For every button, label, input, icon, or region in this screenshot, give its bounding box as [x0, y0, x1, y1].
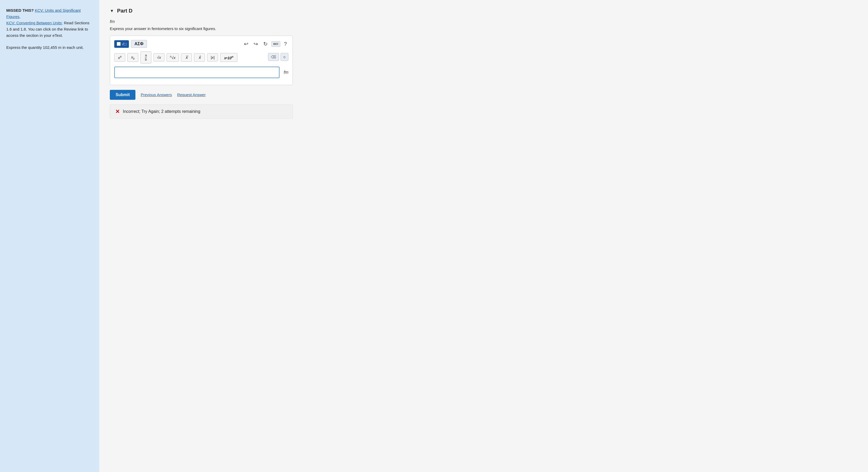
refresh-button[interactable]: ↻	[262, 40, 269, 47]
redo-icon: ↪	[254, 41, 258, 47]
part-header: ▼ Part D	[110, 8, 858, 14]
nth-root-btn[interactable]: n√x	[166, 53, 179, 62]
superscript-btn[interactable]: xa	[114, 53, 125, 62]
refresh-icon: ↻	[263, 41, 268, 47]
symbol-label: ΑΣΦ	[134, 41, 143, 46]
feedback-text: Incorrect; Try Again; 2 attempts remaini…	[123, 109, 200, 114]
submit-label: Submit	[116, 93, 130, 97]
help-label: ?	[284, 41, 287, 47]
unit-label: fm	[110, 19, 858, 24]
wwx-button[interactable]: WWX	[271, 41, 280, 47]
keyboard-icon: ⎋	[283, 55, 285, 59]
math-toolbar-row: xa xb a b √x n√x x̅ x̂ |x| x•10n ⌫ ⎋	[114, 52, 288, 64]
kcv-link2[interactable]: KCV: Converting Between Units;	[6, 21, 63, 25]
sci-notation-btn[interactable]: x•10n	[220, 53, 237, 62]
abs-btn[interactable]: |x|	[207, 53, 218, 61]
undo-button[interactable]: ↩	[242, 40, 250, 47]
delete-button[interactable]: ⌫	[268, 53, 279, 61]
part-title: Part D	[117, 8, 132, 14]
answer-input[interactable]	[114, 67, 279, 78]
request-answer-link[interactable]: Request Answer	[177, 93, 206, 97]
feedback-box: ✕ Incorrect; Try Again; 2 attempts remai…	[110, 104, 293, 119]
unit-suffix: fm	[284, 70, 288, 75]
right-panel: ▼ Part D fm Express your answer in femto…	[99, 0, 868, 472]
missed-label: MISSED THIS?	[6, 8, 34, 12]
left-panel: MISSED THIS? KCV: Units and Significant …	[0, 0, 99, 472]
math-mode-label: √□	[122, 42, 126, 46]
toolbar-right-btns: ⌫ ⎋	[268, 53, 288, 61]
symbol-button[interactable]: ΑΣΦ	[131, 40, 147, 48]
incorrect-icon: ✕	[115, 108, 120, 115]
sqrt-btn[interactable]: √x	[153, 53, 164, 61]
delete-icon: ⌫	[271, 55, 276, 59]
math-mode-button[interactable]: √□	[114, 40, 129, 48]
square-icon	[117, 42, 121, 46]
x-hat-btn[interactable]: x̂	[194, 53, 205, 62]
previous-answers-link[interactable]: Previous Answers	[141, 93, 172, 97]
wwx-label: WWX	[273, 42, 278, 46]
collapse-arrow-icon[interactable]: ▼	[110, 9, 114, 13]
help-button[interactable]: ?	[282, 40, 288, 47]
math-editor-box: √□ ΑΣΦ ↩ ↪ ↻ WWX ? xa xb	[110, 36, 293, 85]
express-quantity-text: Express the quantity 102,455 m in each u…	[6, 44, 93, 51]
submit-button[interactable]: Submit	[110, 90, 135, 100]
math-toolbar-top: √□ ΑΣΦ ↩ ↪ ↻ WWX ?	[114, 40, 288, 48]
subscript-btn[interactable]: xb	[127, 53, 138, 62]
undo-icon: ↩	[244, 41, 248, 47]
keyboard-button[interactable]: ⎋	[281, 53, 288, 61]
x-bar-btn[interactable]: x̅	[181, 53, 192, 62]
redo-button[interactable]: ↪	[252, 40, 259, 47]
actions-row: Submit Previous Answers Request Answer	[110, 90, 293, 100]
instruction-text: Express your answer in femtometers to si…	[110, 26, 858, 31]
fraction-btn[interactable]: a b	[141, 52, 151, 64]
math-input-row: fm	[114, 67, 288, 78]
